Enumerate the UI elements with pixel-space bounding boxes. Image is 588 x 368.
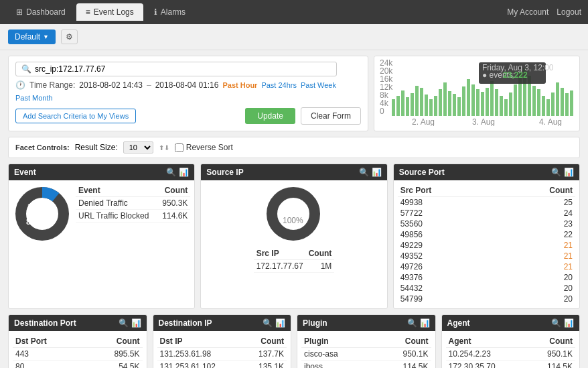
dst-ip-card-body: Dst IPCount 131.253.61.98137.7K 131.253.… bbox=[153, 331, 291, 368]
svg-rect-43 bbox=[561, 88, 564, 116]
default-button[interactable]: Default ▼ bbox=[8, 29, 56, 44]
agent-chart-icon[interactable]: 📊 bbox=[564, 318, 574, 328]
source-port-card: Source Port 🔍 📊 Src Port Count 4993825 5… bbox=[393, 164, 580, 309]
event-logs-icon: ≡ bbox=[86, 7, 90, 17]
chart-panel: 24k 20k 16k 12k 8k 4k 0 bbox=[374, 56, 580, 131]
source-port-search-icon[interactable]: 🔍 bbox=[551, 168, 561, 177]
plugin-card: Plugin 🔍 📊 PluginCount cisco-asa950.1K i… bbox=[297, 314, 436, 368]
clock-icon: 🕐 bbox=[15, 80, 25, 90]
search-row: 🔍 bbox=[15, 62, 361, 76]
tab-dashboard[interactable]: ⊞ Dashboard bbox=[7, 3, 75, 21]
table-row: 4985622 bbox=[398, 229, 575, 240]
table-row: 4935221 bbox=[398, 251, 575, 261]
src-ip-col-count: Count bbox=[306, 247, 335, 260]
table-row: 4972621 bbox=[398, 261, 575, 272]
agent-search-icon[interactable]: 🔍 bbox=[551, 318, 561, 328]
logout-link[interactable]: Logout bbox=[557, 7, 581, 17]
svg-rect-9 bbox=[401, 90, 405, 116]
event-table: Event Count Denied Traffic 950.3K URL Tr… bbox=[76, 184, 190, 223]
update-button[interactable]: Update bbox=[245, 108, 295, 124]
svg-rect-23 bbox=[467, 79, 470, 116]
source-ip-table: Src IP Count 172.17.77.67 1M bbox=[254, 247, 335, 273]
svg-rect-11 bbox=[411, 93, 414, 116]
svg-rect-26 bbox=[481, 92, 484, 116]
source-port-card-header: Source Port 🔍 📊 bbox=[394, 164, 579, 180]
clear-form-button[interactable]: Clear Form bbox=[301, 107, 361, 125]
svg-rect-29 bbox=[495, 89, 498, 116]
svg-text:0: 0 bbox=[380, 107, 384, 116]
nav-right: My Account Logout bbox=[507, 7, 581, 17]
time-range-label: Time Range: bbox=[29, 80, 75, 90]
source-ip-table-wrap: Src IP Count 172.17.77.67 1M bbox=[254, 247, 335, 273]
time-start: 2018-08-02 14:43 bbox=[79, 80, 143, 90]
event-col-event: Event bbox=[76, 184, 157, 197]
svg-rect-45 bbox=[570, 90, 573, 116]
svg-rect-24 bbox=[471, 84, 475, 116]
result-size-select[interactable]: 10 25 50 bbox=[123, 141, 153, 154]
svg-rect-17 bbox=[439, 89, 442, 116]
tab-alarms[interactable]: ℹ Alarms bbox=[145, 3, 195, 21]
event-donut-chart: 11% 89% bbox=[13, 184, 72, 243]
event-search-icon[interactable]: 🔍 bbox=[166, 168, 176, 177]
svg-rect-14 bbox=[425, 95, 428, 116]
dst-ip-search-icon[interactable]: 🔍 bbox=[263, 318, 273, 328]
dst-ip-card-icons: 🔍 📊 bbox=[263, 318, 285, 328]
svg-rect-30 bbox=[500, 96, 503, 116]
event-chart-icon[interactable]: 📊 bbox=[179, 168, 189, 177]
facet-controls-label: Facet Controls: bbox=[15, 143, 70, 151]
svg-text:23,222: 23,222 bbox=[503, 70, 528, 80]
svg-rect-28 bbox=[490, 81, 494, 116]
plugin-card-icons: 🔍 📊 bbox=[407, 318, 430, 328]
dst-port-card-body: Dst PortCount 443895.5K 8054.5K bbox=[9, 331, 147, 368]
tab-alarms-label: Alarms bbox=[161, 7, 186, 17]
table-row: 4993825 bbox=[398, 197, 575, 208]
source-port-table: Src Port Count 4993825 5772224 5356023 4… bbox=[398, 184, 575, 304]
table-row: Denied Traffic 950.3K bbox=[76, 197, 190, 210]
table-row: 131.253.61.98137.7K bbox=[157, 348, 287, 361]
agent-card-title: Agent bbox=[447, 318, 470, 328]
svg-rect-25 bbox=[476, 89, 480, 116]
agent-card-header: Agent 🔍 📊 bbox=[442, 315, 580, 331]
settings-button[interactable]: ⚙ bbox=[61, 29, 78, 44]
source-port-chart-icon[interactable]: 📊 bbox=[564, 168, 574, 177]
svg-rect-10 bbox=[406, 97, 409, 116]
plugin-card-header: Plugin 🔍 📊 bbox=[297, 315, 435, 331]
time-separator: – bbox=[147, 80, 151, 90]
past-week-link[interactable]: Past Week bbox=[301, 81, 336, 89]
source-ip-card-header: Source IP 🔍 📊 bbox=[201, 164, 386, 180]
search-chart-row: 🔍 🕐 Time Range: 2018-08-02 14:43 – 2018-… bbox=[8, 56, 580, 131]
dst-ip-chart-icon[interactable]: 📊 bbox=[275, 318, 285, 328]
tab-event-logs[interactable]: ≡ Event Logs bbox=[76, 3, 143, 21]
past-month-link[interactable]: Past Month bbox=[15, 94, 53, 102]
bottom-cards-grid: Destination Port 🔍 📊 Dst PortCount 44389… bbox=[8, 314, 580, 368]
dst-port-chart-icon[interactable]: 📊 bbox=[131, 318, 141, 328]
svg-rect-40 bbox=[546, 99, 550, 116]
source-ip-chart-icon[interactable]: 📊 bbox=[372, 168, 382, 177]
plugin-chart-icon[interactable]: 📊 bbox=[420, 318, 430, 328]
table-row: 10.254.2.23950.1K bbox=[446, 348, 576, 361]
search-icon: 🔍 bbox=[21, 64, 31, 74]
reverse-sort-text: Reverse Sort bbox=[186, 143, 233, 152]
source-ip-search-icon[interactable]: 🔍 bbox=[359, 168, 369, 177]
svg-rect-19 bbox=[448, 91, 451, 116]
svg-rect-33 bbox=[514, 84, 517, 116]
reverse-sort-checkbox[interactable] bbox=[175, 143, 183, 152]
event-card-icons: 🔍 📊 bbox=[166, 168, 189, 177]
add-view-button[interactable]: Add Search Criteria to My Views bbox=[15, 109, 136, 123]
source-port-card-title: Source Port bbox=[399, 168, 445, 177]
table-row: 5479920 bbox=[398, 294, 575, 304]
src-port-col-count: Count bbox=[498, 184, 575, 197]
svg-rect-22 bbox=[462, 86, 465, 116]
plugin-search-icon[interactable]: 🔍 bbox=[407, 318, 417, 328]
my-account-link[interactable]: My Account bbox=[507, 7, 548, 17]
table-row: 5772224 bbox=[398, 208, 575, 219]
dropdown-arrow-icon: ▼ bbox=[43, 34, 49, 40]
past-24hrs-link[interactable]: Past 24hrs bbox=[261, 81, 297, 89]
reverse-sort-label[interactable]: Reverse Sort bbox=[175, 143, 233, 152]
source-port-card-icons: 🔍 📊 bbox=[551, 168, 574, 177]
top-cards-grid: Event 🔍 📊 11% 89% bbox=[8, 164, 580, 309]
search-input[interactable] bbox=[35, 64, 331, 74]
dst-port-search-icon[interactable]: 🔍 bbox=[119, 318, 129, 328]
past-hour-link[interactable]: Past Hour bbox=[222, 81, 257, 89]
default-label: Default bbox=[15, 32, 40, 42]
